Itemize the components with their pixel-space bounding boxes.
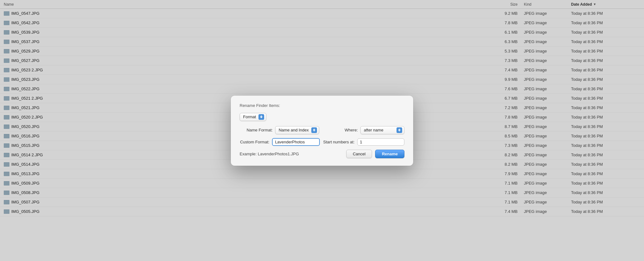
custom-format-label: Custom Format: [240,140,269,144]
dialog-title: Rename Finder Items: [240,103,404,108]
name-format-value: Name and Index [279,128,310,132]
format-row: Format [240,113,404,121]
example-buttons-row: Example: LavenderPhotos1.JPG Cancel Rena… [240,150,404,158]
start-numbers-label: Start numbers at: [320,140,354,144]
dialog-overlay: Rename Finder Items: Format Name Format:… [0,0,644,261]
name-format-stepper-icon [311,127,317,133]
name-format-label: Name Format: [240,128,273,132]
stepper-down-icon [260,117,263,118]
button-row: Cancel Rename [346,150,404,158]
name-format-stepper-down [313,130,315,131]
where-select[interactable]: after name [360,126,404,134]
where-value: after name [364,128,395,132]
where-label: Where: [319,128,358,132]
custom-format-row: Custom Format: Start numbers at: [240,138,404,146]
where-stepper-up [398,129,401,130]
format-select-label: Format [243,114,256,119]
stepper-up-icon [260,115,263,117]
where-stepper-down [398,130,401,131]
start-numbers-input[interactable] [357,138,404,146]
rename-button[interactable]: Rename [375,150,404,158]
where-stepper-icon [397,127,402,133]
custom-format-input[interactable] [272,138,320,146]
name-format-row: Name Format: Name and Index Where: after… [240,126,404,134]
rename-dialog: Rename Finder Items: Format Name Format:… [231,96,413,166]
cancel-button[interactable]: Cancel [346,150,372,158]
format-stepper-icon [258,114,264,120]
example-text: Example: LavenderPhotos1.JPG [240,152,299,156]
format-select[interactable]: Format [240,113,266,121]
name-format-select[interactable]: Name and Index [275,126,319,134]
name-format-stepper-up [313,129,315,130]
